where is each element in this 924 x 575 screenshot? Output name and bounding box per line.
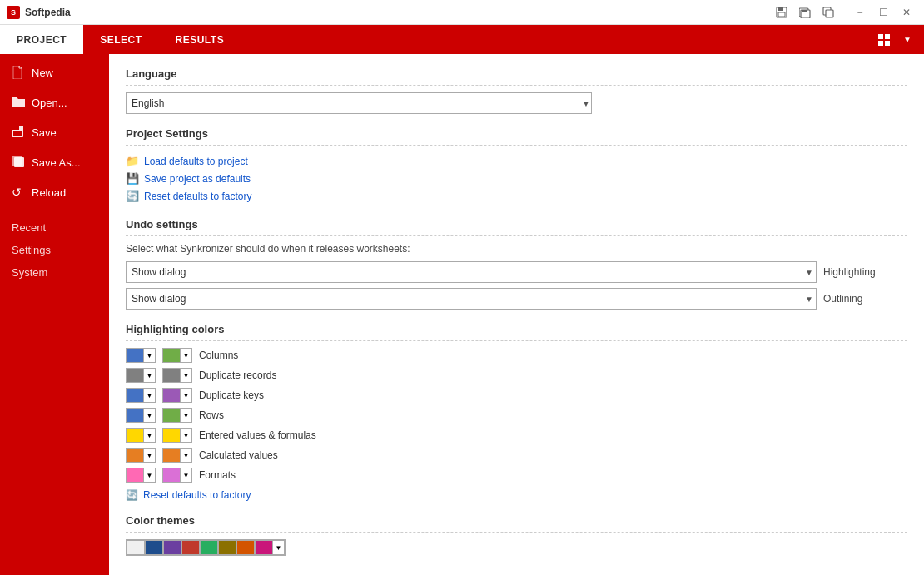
save-defaults-icon: 💾 — [126, 172, 139, 185]
dup-rec-right-swatch[interactable] — [162, 368, 181, 383]
rows-right-swatch[interactable] — [162, 408, 181, 423]
minimize-button[interactable]: − — [849, 4, 871, 21]
columns-left-swatch[interactable] — [126, 348, 144, 363]
calc-right-swatch[interactable] — [162, 448, 181, 463]
save-btn-1[interactable] — [771, 4, 792, 21]
save-btn-2[interactable] — [794, 4, 816, 21]
content-area: Language English French German Spanish ▼… — [109, 54, 924, 575]
floppy-save-icon — [12, 126, 25, 139]
svg-rect-16 — [14, 157, 24, 167]
entered-values-label: Entered values & formulas — [199, 429, 316, 441]
sidebar-open-label: Open... — [32, 97, 67, 109]
entered-left-swatch[interactable] — [126, 428, 144, 443]
highlighting-dropdown[interactable]: Show dialog Do nothing Undo changes — [126, 261, 817, 283]
theme-swatch-2[interactable] — [163, 540, 181, 555]
load-defaults-label: Load defaults to project — [144, 156, 248, 167]
language-title: Language — [126, 67, 907, 86]
sidebar-system-label[interactable]: System — [0, 260, 109, 282]
highlighting-label: Highlighting — [823, 266, 890, 278]
sidebar-settings-label[interactable]: Settings — [0, 237, 109, 260]
theme-swatch-4[interactable] — [200, 540, 218, 555]
theme-swatch-3[interactable] — [181, 540, 200, 555]
color-row-formats: ▼ ▼ Formats — [126, 468, 907, 483]
theme-swatch-6[interactable] — [236, 540, 255, 555]
sidebar-item-save-as[interactable]: Save As... — [0, 147, 109, 177]
outlining-dropdown[interactable]: Show dialog Do nothing Undo changes — [126, 288, 817, 310]
svg-rect-7 — [826, 10, 833, 17]
dup-rec-left-swatch[interactable] — [126, 368, 144, 383]
sidebar-item-reload[interactable]: ↺ Reload — [0, 177, 109, 207]
calc-left-btn[interactable]: ▼ — [144, 448, 156, 463]
columns-right-swatch-btn[interactable]: ▼ — [181, 348, 192, 363]
tab-select[interactable]: SELECT — [83, 25, 158, 54]
dup-key-right-btn[interactable]: ▼ — [181, 388, 192, 403]
tab-project[interactable]: PROJECT — [0, 25, 83, 54]
load-defaults-icon: 📁 — [126, 155, 139, 167]
entered-right-swatch[interactable] — [162, 428, 181, 443]
maximize-button[interactable]: ☐ — [872, 4, 894, 21]
sidebar-item-save[interactable]: Save — [0, 117, 109, 147]
entered-left-btn[interactable]: ▼ — [144, 428, 156, 443]
reset-highlighting-label: Reset defaults to factory — [143, 489, 251, 501]
rows-right-btn[interactable]: ▼ — [181, 408, 192, 423]
theme-swatch-0[interactable] — [127, 540, 145, 555]
save-defaults-label: Save project as defaults — [144, 173, 251, 185]
sidebar-divider-1 — [12, 211, 97, 211]
color-row-duplicate-keys: ▼ ▼ Duplicate keys — [126, 388, 907, 403]
app-container: PROJECT SELECT RESULTS ▼ New — [0, 25, 924, 575]
svg-rect-1 — [778, 7, 783, 11]
sidebar-save-label: Save — [32, 126, 57, 139]
tab-results[interactable]: RESULTS — [159, 25, 241, 54]
reset-highlighting-link[interactable]: 🔄 Reset defaults to factory — [126, 489, 907, 501]
save-btn-3[interactable] — [817, 4, 839, 21]
dup-rec-left-btn[interactable]: ▼ — [144, 368, 156, 383]
calculated-values-label: Calculated values — [199, 449, 278, 461]
grid-view-button[interactable] — [874, 30, 894, 50]
columns-left-swatch-btn[interactable]: ▼ — [144, 348, 156, 363]
dup-records-label: Duplicate records — [199, 369, 276, 381]
calc-left-swatch[interactable] — [126, 448, 144, 463]
main-area: New Open... Save Save As.. — [0, 54, 924, 575]
language-section: Language English French German Spanish ▼ — [126, 67, 907, 114]
entered-right-btn[interactable]: ▼ — [181, 428, 192, 443]
theme-swatch-1[interactable] — [145, 540, 163, 555]
close-button[interactable]: ✕ — [896, 4, 917, 21]
sidebar-recent-label: Recent — [0, 215, 109, 237]
app-title: Softpedia — [25, 7, 71, 18]
columns-right-swatch[interactable] — [162, 348, 181, 363]
svg-rect-11 — [885, 41, 890, 46]
color-themes-section: Color themes ▼ — [126, 514, 907, 556]
dup-rec-right-btn[interactable]: ▼ — [181, 368, 192, 383]
save-defaults-link[interactable]: 💾 Save project as defaults — [126, 170, 907, 187]
dup-key-left-swatch[interactable] — [126, 388, 144, 403]
highlighting-dropdown-row: Show dialog Do nothing Undo changes ▼ Hi… — [126, 261, 907, 283]
title-bar: S Softpedia − ☐ ✕ — [0, 0, 924, 25]
project-settings-title: Project Settings — [126, 127, 907, 146]
rows-left-btn[interactable]: ▼ — [144, 408, 156, 423]
highlighting-dropdown-wrapper: Show dialog Do nothing Undo changes ▼ — [126, 261, 817, 283]
language-dropdown[interactable]: English French German Spanish — [126, 92, 592, 114]
calc-right-btn[interactable]: ▼ — [181, 448, 192, 463]
dup-key-right-swatch[interactable] — [162, 388, 181, 403]
theme-swatch-7[interactable] — [255, 540, 273, 555]
dup-keys-label: Duplicate keys — [199, 389, 264, 401]
formats-left-swatch[interactable] — [126, 468, 144, 483]
sidebar-item-open[interactable]: Open... — [0, 87, 109, 117]
load-defaults-link[interactable]: 📁 Load defaults to project — [126, 152, 907, 170]
sidebar-item-new[interactable]: New — [0, 57, 109, 87]
formats-right-btn[interactable]: ▼ — [181, 468, 192, 483]
theme-swatch-5[interactable] — [218, 540, 236, 555]
reset-project-defaults-link[interactable]: 🔄 Reset defaults to factory — [126, 187, 907, 205]
rows-label: Rows — [199, 409, 224, 421]
color-row-entered-values: ▼ ▼ Entered values & formulas — [126, 428, 907, 443]
dup-key-left-btn[interactable]: ▼ — [144, 388, 156, 403]
tab-bar: PROJECT SELECT RESULTS ▼ — [0, 25, 924, 54]
chevron-down-button[interactable]: ▼ — [897, 30, 917, 50]
rows-left-swatch[interactable] — [126, 408, 144, 423]
formats-right-swatch[interactable] — [162, 468, 181, 483]
reload-icon: ↺ — [12, 186, 25, 199]
theme-swatch-dropdown-btn[interactable]: ▼ — [273, 540, 285, 555]
formats-left-btn[interactable]: ▼ — [144, 468, 156, 483]
floppy-save-as-icon — [12, 156, 25, 169]
sidebar-reload-label: Reload — [32, 186, 66, 199]
